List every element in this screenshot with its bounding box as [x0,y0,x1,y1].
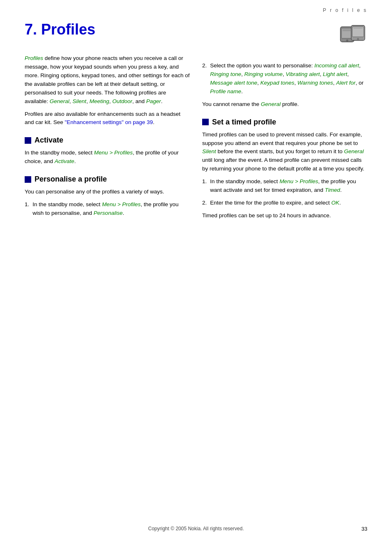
profile-pager: Pager [146,98,161,104]
profile-silent: Silent [72,98,86,104]
profile-meeting: Meeting [90,98,109,104]
activate-heading: Activate [25,136,190,145]
svg-point-2 [346,39,348,41]
left-column: Profiles define how your phone reacts wh… [25,54,190,224]
page-footer: Copyright © 2005 Nokia. All rights reser… [0,526,392,531]
timed-square-icon [202,119,209,125]
option-message-tone: Message alert tone [210,80,257,86]
enhancement-link[interactable]: "Enhancement settings" on page 39 [65,119,153,125]
activate-activate: Activate [55,158,74,164]
option-profile-name: Profile name [210,88,241,94]
timed-heading: Set a timed profile [202,118,367,127]
timed-intro: Timed profiles can be used to prevent mi… [202,131,367,174]
personalise-step2: 2. Select the option you want to persona… [202,62,367,96]
personalise-steps: 1. In the standby mode, select Menu > Pr… [25,200,190,218]
profile-general: General [50,98,69,104]
intro-profiles-link: Profiles [25,55,43,61]
page-header: P r o f i l e s [0,0,392,13]
timed-steps: 1. In the standby mode, select Menu > Pr… [202,177,367,207]
ok-ref: OK [331,200,339,206]
activate-menu-profiles: Menu > Profiles [94,150,133,156]
timed-general-ref: General [344,148,364,154]
timed-silent-ref: Silent [202,148,216,154]
personalise-intro: You can personalise any of the profiles … [25,188,190,196]
profile-outdoor: Outdoor [112,98,132,104]
page-number: 33 [362,526,367,532]
personalise-step2-area: 2. Select the option you want to persona… [202,62,367,96]
intro-paragraph2: Profiles are also available for enhancem… [25,110,190,127]
timed-footer-note: Timed profiles can be set up to 24 hours… [202,212,367,220]
option-alert-for: Alert for [336,80,355,86]
chapter-title-area: 7. Profiles [0,13,392,46]
chapter-title-text: 7. Profiles [25,21,95,38]
option-vibrating: Vibrating alert [286,71,320,77]
header-section-label: P r o f i l e s [323,7,367,13]
step1-personalise: Personalise [94,210,123,216]
option-ringing-tone: Ringing tone [210,71,241,77]
cannot-rename: You cannot rename the General profile. [202,100,367,109]
intro-paragraph: Profiles define how your phone reacts wh… [25,54,190,106]
option-light: Light alert [323,71,347,77]
timed-ref: Timed [325,187,340,193]
personalise-heading: Personalise a profile [25,175,190,184]
activate-body: In the standby mode, select Menu > Profi… [25,149,190,166]
activate-square-icon [25,137,31,144]
option-keypad-tones: Keypad tones [261,80,295,86]
personalise-square-icon [25,176,31,183]
svg-point-5 [357,38,359,40]
general-ref: General [261,101,281,107]
chapter-title: 7. Profiles [25,21,95,38]
right-column: 2. Select the option you want to persona… [202,54,367,224]
timed-step1-menu: Menu > Profiles [279,178,318,184]
option-warning-tones: Warning tones [297,80,333,86]
content-area: Profiles define how your phone reacts wh… [0,54,392,224]
option-incoming: Incoming call alert [314,62,359,69]
chapter-icon [339,23,367,46]
personalise-step1: 1. In the standby mode, select Menu > Pr… [25,200,190,218]
timed-step1: 1. In the standby mode, select Menu > Pr… [202,177,367,195]
copyright-text: Copyright © 2005 Nokia. All rights reser… [148,526,244,531]
option-ringing-vol: Ringing volume [244,71,283,77]
step1-menu-profiles: Menu > Profiles [102,201,141,207]
timed-step2: 2. Enter the time for the profile to exp… [202,199,367,207]
page: P r o f i l e s 7. Profiles [0,0,392,543]
